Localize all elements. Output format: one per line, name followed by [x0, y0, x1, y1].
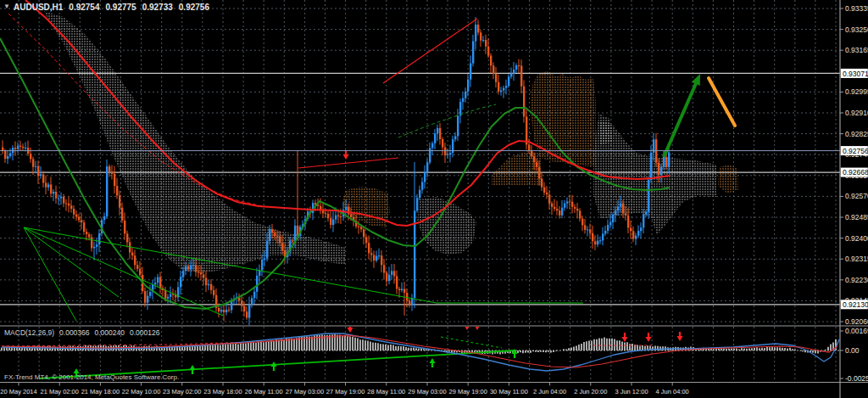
- svg-text:0.92910: 0.92910: [845, 109, 868, 117]
- svg-text:0.92230: 0.92230: [845, 276, 868, 284]
- svg-text:0.93071: 0.93071: [843, 70, 868, 78]
- svg-text:27 May 03:00: 27 May 03:00: [286, 388, 324, 395]
- svg-text:0.93335: 0.93335: [845, 4, 868, 13]
- svg-text:0.00: 0.00: [845, 346, 860, 355]
- price-chart-canvas[interactable]: 0.933350.932500.931650.929950.929100.928…: [0, 0, 868, 398]
- svg-text:21 May 18:00: 21 May 18:00: [81, 388, 120, 395]
- svg-text:0.93250: 0.93250: [845, 25, 868, 34]
- svg-text:0.001691: 0.001691: [845, 327, 868, 335]
- chart-window: 0.933350.932500.931650.929950.929100.928…: [0, 0, 868, 398]
- svg-text:30 May 11:00: 30 May 11:00: [490, 388, 528, 395]
- svg-text:2 Jun 04:00: 2 Jun 04:00: [533, 388, 566, 395]
- svg-text:28 May 11:00: 28 May 11:00: [367, 388, 405, 395]
- svg-text:22 May 10:00: 22 May 10:00: [122, 388, 160, 395]
- svg-text:2 Jun 20:00: 2 Jun 20:00: [574, 388, 607, 395]
- svg-text:0.92570: 0.92570: [845, 192, 868, 200]
- svg-text:23 May 18:00: 23 May 18:00: [203, 388, 242, 395]
- svg-text:3 Jun 12:00: 3 Jun 12:00: [615, 388, 648, 395]
- svg-text:0.92315: 0.92315: [845, 255, 868, 263]
- svg-text:4 Jun 04:00: 4 Jun 04:00: [656, 388, 689, 395]
- svg-text:0.92756: 0.92756: [843, 147, 868, 155]
- svg-text:0.92485: 0.92485: [845, 213, 868, 221]
- svg-text:0.92060: 0.92060: [845, 317, 868, 326]
- svg-text:0.92400: 0.92400: [845, 234, 868, 243]
- svg-text:29 May 19:00: 29 May 19:00: [448, 388, 487, 395]
- svg-text:0.92995: 0.92995: [845, 87, 868, 96]
- svg-text:26 May 11:00: 26 May 11:00: [245, 388, 283, 395]
- svg-text:23 May 02:00: 23 May 02:00: [163, 388, 201, 395]
- svg-text:-0.002502: -0.002502: [845, 374, 868, 383]
- svg-text:27 May 19:00: 27 May 19:00: [326, 388, 364, 395]
- svg-text:0.92130: 0.92130: [843, 300, 868, 309]
- svg-text:0.93165: 0.93165: [845, 46, 868, 54]
- svg-text:20 May 2014: 20 May 2014: [0, 388, 36, 395]
- svg-text:29 May 03:00: 29 May 03:00: [408, 388, 446, 395]
- svg-text:21 May 02:00: 21 May 02:00: [40, 388, 78, 395]
- svg-text:0.92668: 0.92668: [843, 168, 868, 177]
- svg-text:0.92825: 0.92825: [845, 130, 868, 138]
